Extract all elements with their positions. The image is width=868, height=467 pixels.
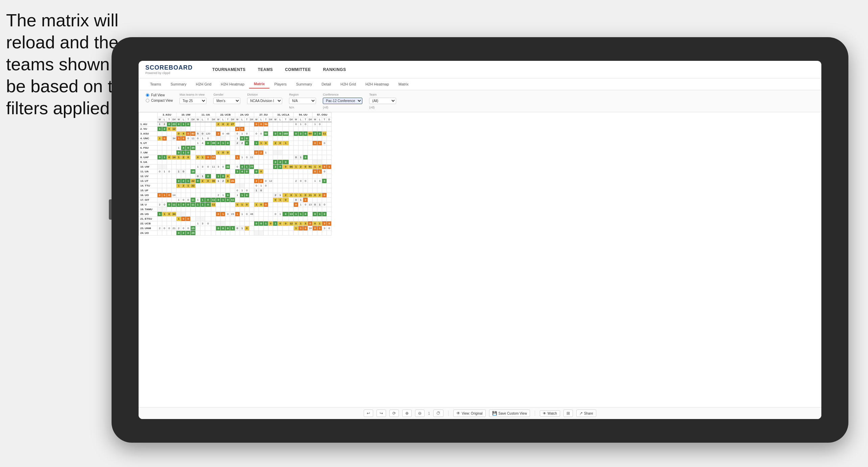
full-view-input[interactable]: [146, 93, 149, 97]
matrix-cell: 0: [167, 122, 172, 127]
row-label: 8. UAF: [139, 155, 158, 160]
matrix-cell: [289, 188, 293, 193]
matrix-cell: 0: [186, 226, 191, 231]
matrix-cell: [230, 217, 235, 221]
share-btn[interactable]: ↗ Share: [576, 410, 596, 417]
matrix-cell: 11: [211, 165, 216, 169]
matrix-cell: [322, 127, 327, 131]
matrix-cell: 1: [221, 198, 225, 202]
matrix-cell: [195, 188, 200, 193]
matrix-cell: [158, 160, 162, 165]
minus-btn[interactable]: ⊖: [415, 410, 425, 417]
timer-btn[interactable]: ⏱: [433, 410, 443, 417]
compact-view-input[interactable]: [146, 99, 149, 102]
nav-teams[interactable]: TEAMS: [252, 65, 279, 74]
subnav-matrix2[interactable]: Matrix: [394, 80, 413, 88]
watch-btn[interactable]: 👁 Watch: [540, 410, 560, 417]
subnav-teams[interactable]: Teams: [145, 80, 166, 88]
matrix-cell: 3: [235, 169, 240, 174]
team-select[interactable]: (All): [369, 98, 396, 104]
matrix-cell: [327, 131, 332, 136]
nav-tournaments[interactable]: TOURNAMENTS: [206, 65, 252, 74]
table-row: 13. UT22122020301202622012200130: [139, 179, 332, 183]
su-t: T: [264, 117, 268, 122]
save-custom-btn[interactable]: 💾 Save Custom View: [489, 410, 530, 417]
matrix-cell: 11: [308, 193, 313, 198]
matrix-cell: [289, 127, 293, 131]
matrix-cell: [211, 183, 216, 188]
view-original-btn[interactable]: 👁 View: Original: [453, 410, 486, 417]
nav-committee[interactable]: COMMITTEE: [279, 65, 317, 74]
max-teams-select[interactable]: Top 25 Top 50 All: [179, 98, 207, 104]
subnav-players[interactable]: Players: [269, 80, 291, 88]
matrix-cell: 11: [172, 202, 176, 207]
subnav-h2h-grid[interactable]: H2H Grid: [191, 80, 216, 88]
matrix-cell: 0: [273, 160, 278, 165]
matrix-cell: [249, 122, 254, 127]
redo-btn[interactable]: ↪: [377, 410, 386, 417]
matrix-cell: [176, 221, 181, 226]
matrix-cell: [249, 160, 254, 165]
matrix-cell: 1: [195, 198, 200, 202]
compact-view-radio[interactable]: Compact View: [145, 98, 173, 103]
region-select[interactable]: N/A West East: [289, 98, 316, 104]
matrix-cell: [211, 146, 216, 150]
ucb-dif: Dif: [230, 117, 235, 122]
matrix-cell: [268, 155, 273, 160]
nav-rankings[interactable]: RANKINGS: [317, 65, 352, 74]
full-view-radio[interactable]: Full View: [145, 93, 173, 97]
subnav-summary2[interactable]: Summary: [291, 80, 317, 88]
gender-select[interactable]: Men's Women's: [213, 98, 240, 104]
matrix-cell: [225, 188, 230, 193]
refresh-btn[interactable]: ⟳: [389, 410, 399, 417]
subnav-h2h-grid2[interactable]: H2H Grid: [336, 80, 361, 88]
matrix-cell: [268, 183, 273, 188]
matrix-cell: 1: [230, 226, 235, 231]
matrix-cell: 1: [317, 221, 322, 226]
matrix-cell: [205, 150, 211, 155]
matrix-cell: [259, 174, 264, 179]
matrix-cell: 1: [244, 165, 249, 169]
matrix-cell: 0: [254, 183, 259, 188]
matrix-cell: [186, 141, 191, 146]
undo-btn[interactable]: ↩: [364, 410, 373, 417]
conference-select[interactable]: Pac-12 Conference (All) ACC Big 10: [323, 98, 362, 104]
matrix-container[interactable]: 3. ASU 10. UW 11. UA 22. UCB 24. UO 27. …: [139, 112, 821, 407]
matrix-cell: [244, 127, 249, 131]
division-select[interactable]: NCAA Division I NCAA Division II: [247, 98, 282, 104]
matrix-cell: [186, 127, 191, 131]
matrix-cell: [289, 198, 293, 202]
matrix-cell: [294, 160, 298, 165]
matrix-cell: 0: [186, 122, 191, 127]
matrix-cell: 0: [283, 198, 289, 202]
subnav-summary[interactable]: Summary: [166, 80, 191, 88]
subnav-matrix[interactable]: Matrix: [249, 80, 269, 89]
matrix-cell: [254, 174, 259, 179]
matrix-cell: [195, 127, 200, 131]
grid-btn[interactable]: ⊞: [563, 410, 573, 417]
matrix-cell: [200, 169, 205, 174]
matrix-cell: 0: [195, 155, 200, 160]
matrix-cell: 1: [235, 193, 240, 198]
matrix-cell: [283, 155, 289, 160]
matrix-cell: [186, 207, 191, 212]
matrix-cell: 0: [259, 202, 264, 207]
subnav-h2h-heatmap2[interactable]: H2H Heatmap: [361, 80, 394, 88]
matrix-cell: 0: [186, 131, 191, 136]
matrix-cell: 0: [200, 131, 205, 136]
matrix-cell: [327, 217, 332, 221]
zoom-btn[interactable]: ⊕: [402, 410, 412, 417]
subnav-h2h-heatmap[interactable]: H2H Heatmap: [216, 80, 249, 88]
subnav-detail[interactable]: Detail: [317, 80, 336, 88]
matrix-cell: [158, 231, 162, 236]
logo-text: SCOREBOARD: [145, 64, 193, 71]
matrix-cell: [317, 127, 322, 131]
matrix-cell: [235, 146, 240, 150]
matrix-cell: [172, 141, 176, 146]
row-label: 4. UNC: [139, 136, 158, 141]
matrix-cell: [298, 207, 303, 212]
matrix-cell: [230, 188, 235, 193]
matrix-cell: 1: [298, 226, 303, 231]
matrix-cell: [158, 207, 162, 212]
matrix-cell: [216, 169, 221, 174]
